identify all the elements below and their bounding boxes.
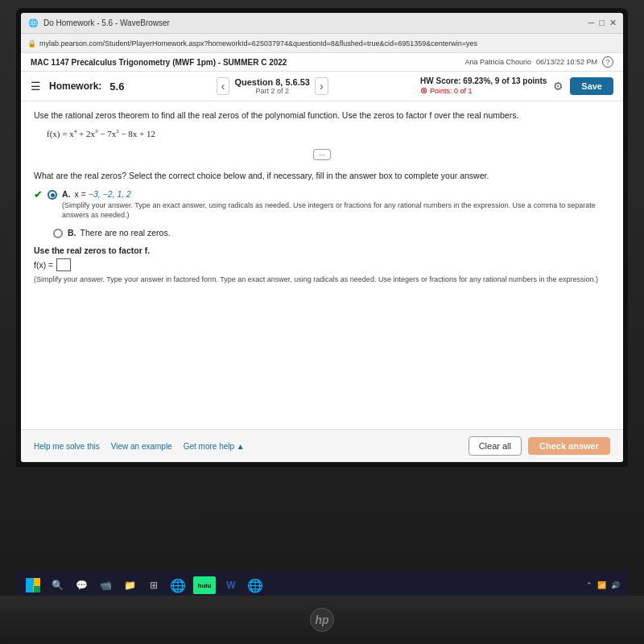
lock-icon: 🔒 xyxy=(27,39,36,47)
factor-section: Use the real zeros to factor f. f(x) = (… xyxy=(34,246,610,285)
choice-b[interactable]: B. There are no real zeros. xyxy=(34,227,610,239)
help-links: Help me solve this View an example Get m… xyxy=(34,442,245,451)
taskbar-expand-icon[interactable]: ⌃ xyxy=(586,581,592,589)
word-taskbar-icon[interactable]: W xyxy=(222,576,240,594)
question-part2-text: What are the real zeros? Select the corr… xyxy=(34,170,610,182)
files-taskbar-icon[interactable]: 📁 xyxy=(121,576,138,594)
factor-instruction: Use the real zeros to factor f. xyxy=(34,246,610,255)
factor-input-label: f(x) = xyxy=(34,260,53,270)
course-title: MAC 1147 Precalculus Trigonometry (MWF 1… xyxy=(31,58,287,67)
factor-input-box[interactable] xyxy=(56,258,71,271)
top-header: MAC 1147 Precalculus Trigonometry (MWF 1… xyxy=(21,53,623,72)
user-info: Ana Patricia Chourio 06/13/22 10:52 PM ? xyxy=(464,56,613,68)
homework-bar: ☰ Homework: 5.6 ‹ Question 8, 5.6.53 Par… xyxy=(21,72,623,101)
factor-note: (Simplify your answer. Type your answer … xyxy=(34,275,610,285)
radio-a-selected[interactable] xyxy=(47,190,57,200)
view-example-link[interactable]: View an example xyxy=(111,442,172,451)
question-subtitle: Part 2 of 2 xyxy=(234,87,310,95)
help-circle-icon[interactable]: ? xyxy=(602,56,613,68)
homework-number: 5.6 xyxy=(109,80,124,93)
maximize-button[interactable]: □ xyxy=(599,18,605,28)
choice-a-subtext: (Simplify your answer. Type an exact ans… xyxy=(62,200,610,221)
taskbar-right: ⌃ 📶 🔊 xyxy=(586,581,620,589)
save-button[interactable]: Save xyxy=(570,77,613,95)
apps-taskbar-icon[interactable]: ⊞ xyxy=(145,576,163,594)
choice-a-label: A. xyxy=(62,189,71,199)
choice-b-text: There are no real zeros. xyxy=(80,228,171,237)
search-taskbar-icon[interactable]: 🔍 xyxy=(48,576,66,594)
close-button[interactable]: ✕ xyxy=(609,18,617,28)
volume-icon[interactable]: 🔊 xyxy=(611,581,620,589)
points-score: ⊗ Points: 0 of 1 xyxy=(420,85,547,96)
windows-start-icon[interactable] xyxy=(24,576,42,594)
network-icon: 📶 xyxy=(597,581,606,589)
choice-a-answer: x = −3, −2, 1, 2 xyxy=(75,189,131,199)
check-answer-button[interactable]: Check answer xyxy=(528,437,610,455)
homework-label: Homework: xyxy=(49,80,101,92)
get-more-help-link[interactable]: Get more help ▲ xyxy=(184,442,245,451)
question-instruction: Use the rational zeros theorem to find a… xyxy=(34,109,610,122)
hulu-taskbar-icon[interactable]: hulu xyxy=(193,576,216,594)
laptop-bottom: hp xyxy=(0,596,644,644)
browser-window: 🌐 Do Homework - 5.6 - WaveBrowser ─ □ ✕ … xyxy=(21,13,623,462)
chat-taskbar-icon[interactable]: 💬 xyxy=(72,576,90,594)
laptop-shell: 🌐 Do Homework - 5.6 - WaveBrowser ─ □ ✕ … xyxy=(0,0,644,644)
x-circle-icon: ⊗ xyxy=(420,85,427,96)
screen-bezel: 🌐 Do Homework - 5.6 - WaveBrowser ─ □ ✕ … xyxy=(16,8,628,467)
hw-score: HW Score: 69.23%, 9 of 13 points xyxy=(420,76,547,85)
browser-taskbar-icon[interactable]: 🌐 xyxy=(246,576,264,594)
video-taskbar-icon[interactable]: 📹 xyxy=(97,576,114,594)
answer-choices: ✔ A. x = −3, −2, 1, 2 (Simplify your ans… xyxy=(34,188,610,239)
hp-logo: hp xyxy=(310,608,334,632)
edge-taskbar-icon[interactable]: 🌐 xyxy=(169,576,187,594)
action-buttons: Clear all Check answer xyxy=(469,436,610,456)
question-info: Question 8, 5.6.53 Part 2 of 2 xyxy=(234,77,310,95)
settings-gear-icon[interactable]: ⚙ xyxy=(553,80,564,93)
question-title: Question 8, 5.6.53 xyxy=(234,77,310,87)
clear-all-button[interactable]: Clear all xyxy=(469,436,522,456)
function-display: f(x) = x4 + 2x3 − 7x2 − 8x + 12 xyxy=(47,128,610,138)
checkmark-icon: ✔ xyxy=(34,188,43,200)
question-nav: ‹ Question 8, 5.6.53 Part 2 of 2 › xyxy=(132,77,412,95)
expand-button[interactable]: ··· xyxy=(313,149,331,160)
prev-question-button[interactable]: ‹ xyxy=(217,77,230,95)
address-bar: 🔒 mylab.pearson.com/Student/PlayerHomewo… xyxy=(21,34,623,53)
points-label: Points: 0 of 1 xyxy=(430,87,473,95)
choice-b-label: B. xyxy=(68,228,76,237)
question-area: Use the rational zeros theorem to find a… xyxy=(21,101,623,429)
answer-value: −3, −2, 1, 2 xyxy=(89,189,131,199)
browser-favicon: 🌐 xyxy=(27,18,39,29)
browser-title: Do Homework - 5.6 - WaveBrowser xyxy=(43,19,584,27)
minimize-button[interactable]: ─ xyxy=(588,18,595,28)
score-text: HW Score: 69.23%, 9 of 13 points ⊗ Point… xyxy=(420,76,547,96)
page-content: MAC 1147 Precalculus Trigonometry (MWF 1… xyxy=(21,53,623,462)
taskbar-left: 🔍 💬 📹 📁 ⊞ 🌐 hulu W 🌐 xyxy=(24,576,264,594)
next-question-button[interactable]: › xyxy=(315,77,328,95)
user-name: Ana Patricia Chourio xyxy=(464,58,531,66)
user-date: 06/13/22 10:52 PM xyxy=(536,58,597,66)
title-bar: 🌐 Do Homework - 5.6 - WaveBrowser ─ □ ✕ xyxy=(21,13,623,34)
factor-input-row: f(x) = xyxy=(34,258,610,271)
choice-a[interactable]: ✔ A. x = −3, −2, 1, 2 (Simplify your ans… xyxy=(34,188,610,221)
title-bar-controls: 🌐 xyxy=(27,18,39,29)
url-display[interactable]: mylab.pearson.com/Student/PlayerHomework… xyxy=(39,39,617,47)
help-me-solve-link[interactable]: Help me solve this xyxy=(34,442,100,451)
radio-b[interactable] xyxy=(53,229,63,238)
title-bar-actions[interactable]: ─ □ ✕ xyxy=(588,18,617,28)
hamburger-menu-icon[interactable]: ☰ xyxy=(31,80,41,93)
action-bar: Help me solve this View an example Get m… xyxy=(21,429,623,462)
score-info: HW Score: 69.23%, 9 of 13 points ⊗ Point… xyxy=(420,76,613,96)
